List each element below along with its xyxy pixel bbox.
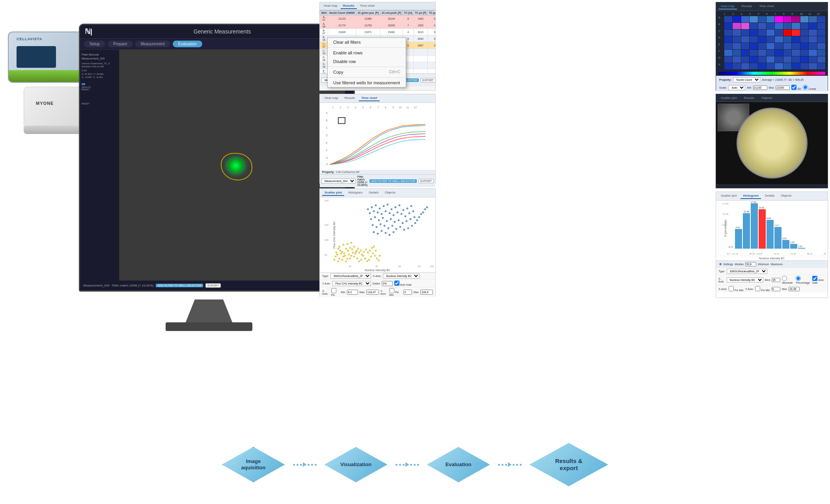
y-axis-select[interactable]: Fluo CH1 Intensity BC xyxy=(332,281,371,286)
rh-property-select[interactable]: Nuclei Count xyxy=(733,77,760,82)
svg-point-127 xyxy=(418,216,420,218)
rh-y-min-input[interactable] xyxy=(772,287,780,291)
rh-bins-input[interactable] xyxy=(772,278,780,282)
svg-point-31 xyxy=(347,243,349,245)
rh-autoload-checkbox[interactable] xyxy=(812,276,817,281)
rh-autoload-label: Auto load xyxy=(812,276,825,284)
svg-point-28 xyxy=(343,244,345,246)
rh-tab-histogram2[interactable]: Histogram xyxy=(740,193,761,199)
rh-median-input[interactable] xyxy=(745,262,756,266)
svg-point-132 xyxy=(373,231,375,233)
col-tc-pp: TC pp [P] xyxy=(427,11,435,15)
rh-type-select[interactable]: EMGU/NucleusBlob_2F xyxy=(727,269,767,274)
circular-well-image xyxy=(737,108,808,179)
tab-heatmap-mid[interactable]: Heat map xyxy=(322,95,341,101)
export-button[interactable]: EXPORT xyxy=(205,283,221,288)
ri-tab-scatter[interactable]: Scatter plot xyxy=(718,95,739,100)
dot-3e xyxy=(516,464,518,466)
svg-point-66 xyxy=(368,259,370,261)
svg-rect-147 xyxy=(798,248,805,249)
auto-load-checkbox[interactable] xyxy=(394,281,399,286)
scale-auto-select[interactable]: Auto xyxy=(728,85,745,90)
rh-y-fix-cb[interactable] xyxy=(755,286,760,291)
rh-grid: A B C D E F xyxy=(718,16,825,69)
histogram-svg: 0.71 5.61 12.38 17.63 13.55 9.58 7.37 3.… xyxy=(727,201,826,249)
type-select[interactable]: EMGU/NucleusBlob_2F xyxy=(330,273,371,279)
property-value-mid: Cell Confluence BF xyxy=(336,171,360,173)
rh-tab-heatmap[interactable]: Heat map xyxy=(718,4,737,9)
svg-point-69 xyxy=(373,246,375,248)
table-row[interactable]: A-092177021763202637150000.93125,000 xyxy=(320,22,436,29)
svg-point-103 xyxy=(374,216,376,218)
rh-percentage-radio[interactable] xyxy=(796,276,801,281)
svg-point-118 xyxy=(388,227,390,229)
scale-max-input[interactable] xyxy=(776,86,790,90)
y-axis-label-ctrl: Y-Axis: xyxy=(322,282,331,285)
svg-point-41 xyxy=(356,250,358,252)
tab-time-chart-top[interactable]: Time chart xyxy=(358,3,377,9)
svg-point-73 xyxy=(378,260,380,262)
y-min-input[interactable] xyxy=(403,290,412,295)
table-row[interactable]: B-072182621871154814621000.71825,000 xyxy=(320,29,436,35)
x-max-input[interactable] xyxy=(366,290,379,295)
gated-input[interactable] xyxy=(382,281,393,286)
step-evaluation[interactable]: Evaluation xyxy=(173,41,202,47)
svg-point-64 xyxy=(364,258,366,260)
svg-point-125 xyxy=(414,222,416,224)
rh-tab-objects2[interactable]: Objects xyxy=(778,193,794,199)
rh-x-axis-select[interactable]: Nucleus Intensity BC xyxy=(727,277,763,283)
y-max-input[interactable] xyxy=(420,290,433,295)
context-enable-all[interactable]: Enable all rows xyxy=(328,48,406,57)
table-row[interactable]: A-072121521980201648145000.89125,000 xyxy=(320,15,436,22)
export-top-button[interactable]: EXPORT xyxy=(420,78,436,82)
add-filter-mid-button[interactable]: ADD FILTER TO WELL SELECTOR xyxy=(369,179,417,183)
ri-tab-objects[interactable]: Objects xyxy=(759,95,774,100)
measurement-select-mid[interactable]: Measurement_004 xyxy=(321,179,356,184)
rh-tab-results[interactable]: Results xyxy=(739,4,755,9)
svg-point-72 xyxy=(376,258,378,260)
x-tick-20: 20 xyxy=(349,265,351,268)
dot-3d xyxy=(513,464,515,466)
export-mid-button[interactable]: EXPORT xyxy=(418,179,434,183)
svg-point-106 xyxy=(386,220,388,222)
tab-scatter[interactable]: Scatter plot xyxy=(322,190,344,196)
svg-text:12: 12 xyxy=(414,106,417,109)
rh-absolute-radio[interactable] xyxy=(782,276,787,281)
linear-radio[interactable] xyxy=(803,85,808,90)
tab-results-top[interactable]: Results xyxy=(341,3,357,9)
context-use-filtered[interactable]: Use filtered wells for measurement xyxy=(328,78,406,87)
measurement-label: Measurement_000 xyxy=(83,284,110,287)
svg-point-27 xyxy=(345,248,347,250)
step-setup[interactable]: Setup xyxy=(84,41,105,47)
rh-tab-timechart[interactable]: Time chart xyxy=(757,4,776,9)
sd-checkbox[interactable] xyxy=(791,85,796,90)
rh-x-axis-label: Nucleus Intensity BC xyxy=(716,256,828,260)
tab-heat-map-top[interactable]: Heat map xyxy=(321,3,340,9)
rh-tab-details2[interactable]: Details xyxy=(763,193,777,199)
y-fix-checkbox[interactable] xyxy=(389,288,394,293)
tab-results-mid[interactable]: Results xyxy=(342,95,358,101)
middle-filter-bar: Measurement_004 Filter match 23/96 (= 23… xyxy=(320,174,435,187)
y-max-label: Max xyxy=(414,291,419,294)
step-prepare[interactable]: Prepare xyxy=(108,41,133,47)
auto-load-label: Auto load xyxy=(394,281,412,286)
add-filter-button[interactable]: ADD FILTER TO WELL SELECTOR xyxy=(156,284,203,287)
step-measurement[interactable]: Measurement xyxy=(135,41,170,47)
tab-details[interactable]: Details xyxy=(366,190,380,196)
x-fix-checkbox[interactable] xyxy=(331,288,336,293)
rh-tab-scatter2[interactable]: Scatter plot xyxy=(718,193,739,199)
x-axis-select[interactable]: Nucleus Intensity BC xyxy=(383,273,420,279)
ri-tab-results[interactable]: Results xyxy=(741,95,757,100)
tab-objects[interactable]: Objects xyxy=(382,190,398,196)
rh-x-fix-cb[interactable] xyxy=(729,286,734,291)
svg-point-32 xyxy=(351,249,353,251)
tab-histogram[interactable]: Histogram xyxy=(346,190,365,196)
svg-point-115 xyxy=(376,226,378,228)
context-disable-row[interactable]: Disable row xyxy=(328,57,406,66)
rh-y-max-input[interactable] xyxy=(789,287,800,291)
context-clear-filters[interactable]: Clear all filters xyxy=(328,38,406,46)
scale-min-input[interactable] xyxy=(753,86,767,90)
tab-timechart-mid[interactable]: Time chart xyxy=(359,95,379,101)
x-min-input[interactable] xyxy=(347,290,358,295)
context-copy[interactable]: Copy Ctrl+C xyxy=(328,68,406,76)
